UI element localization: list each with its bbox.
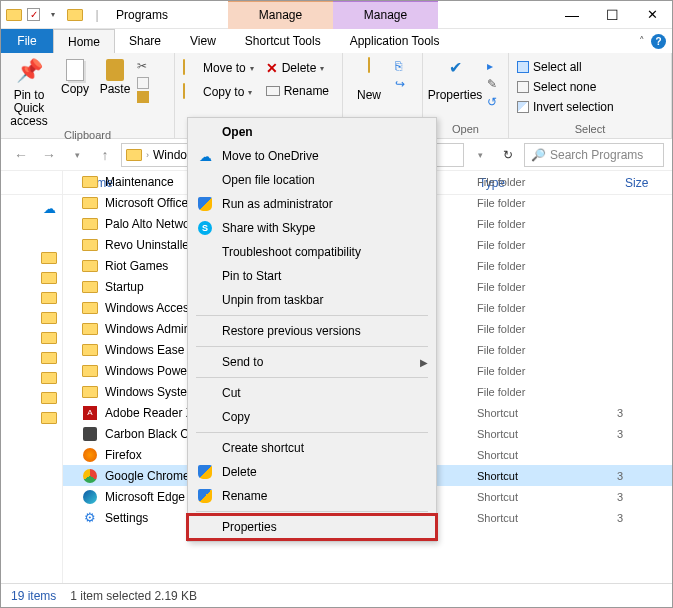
- menu-item-move-to-onedrive[interactable]: ☁Move to OneDrive: [188, 144, 436, 168]
- file-icon: [81, 447, 99, 463]
- open-icon[interactable]: ▸: [487, 59, 503, 75]
- shield-icon: [196, 487, 214, 505]
- edit-icon[interactable]: ✎: [487, 77, 503, 93]
- file-size: 3: [617, 470, 623, 482]
- pin-icon: 📌: [15, 59, 43, 87]
- paste-shortcut-icon[interactable]: [137, 91, 149, 103]
- file-type: File folder: [477, 344, 617, 356]
- skype-icon: S: [196, 219, 214, 237]
- menu-item-send-to[interactable]: Send to▶: [188, 350, 436, 374]
- refresh-button[interactable]: ↻: [496, 143, 520, 167]
- menu-item-copy[interactable]: Copy: [188, 405, 436, 429]
- move-to-button[interactable]: Move to ▾: [179, 59, 258, 77]
- search-input[interactable]: 🔍 Search Programs: [524, 143, 664, 167]
- menu-separator: [196, 432, 428, 433]
- checkbox-icon[interactable]: ✓: [27, 8, 40, 21]
- menu-item-restore-previous-versions[interactable]: Restore previous versions: [188, 319, 436, 343]
- view-tab[interactable]: View: [176, 29, 231, 53]
- menu-item-label: Run as administrator: [222, 197, 428, 211]
- contextual-tab-shortcut[interactable]: Manage: [228, 1, 333, 29]
- blank-icon: [196, 384, 214, 402]
- back-button[interactable]: ←: [9, 143, 33, 167]
- menu-item-delete[interactable]: Delete: [188, 460, 436, 484]
- invert-selection-button[interactable]: Invert selection: [513, 99, 618, 115]
- new-folder-button[interactable]: New: [347, 55, 391, 102]
- folder-icon[interactable]: [40, 291, 58, 305]
- file-tab[interactable]: File: [1, 29, 53, 53]
- file-icon: [81, 468, 99, 484]
- help-icon[interactable]: ?: [651, 34, 666, 49]
- shield-icon: [196, 195, 214, 213]
- folder-icon[interactable]: [40, 371, 58, 385]
- folder-icon[interactable]: [40, 411, 58, 425]
- menu-item-unpin-from-taskbar[interactable]: Unpin from taskbar: [188, 288, 436, 312]
- copy-button[interactable]: Copy: [57, 55, 93, 96]
- home-tab[interactable]: Home: [53, 29, 115, 53]
- cut-icon[interactable]: ✂: [137, 59, 153, 75]
- close-button[interactable]: ✕: [632, 1, 672, 29]
- shortcut-tools-tab[interactable]: Shortcut Tools: [231, 29, 336, 53]
- maximize-button[interactable]: ☐: [592, 1, 632, 29]
- paste-button[interactable]: Paste: [97, 55, 133, 96]
- blank-icon: [196, 439, 214, 457]
- menu-item-open[interactable]: Open: [188, 120, 436, 144]
- forward-button[interactable]: →: [37, 143, 61, 167]
- navigation-pane[interactable]: ☁: [1, 171, 63, 583]
- up-button[interactable]: ↑: [93, 143, 117, 167]
- search-icon: 🔍: [531, 148, 546, 162]
- contextual-tab-application[interactable]: Manage: [333, 1, 438, 29]
- menu-item-pin-to-start[interactable]: Pin to Start: [188, 264, 436, 288]
- qat-dropdown-icon[interactable]: ▾: [44, 6, 62, 24]
- collapse-ribbon-icon[interactable]: ˄: [639, 35, 645, 48]
- folder-icon[interactable]: [40, 351, 58, 365]
- search-placeholder: Search Programs: [550, 148, 643, 162]
- folder-icon[interactable]: [40, 271, 58, 285]
- easy-access-icon[interactable]: ↪: [395, 77, 411, 93]
- pin-to-quick-access-button[interactable]: 📌 Pin to Quick access: [5, 55, 53, 129]
- folder-icon[interactable]: [40, 311, 58, 325]
- menu-item-cut[interactable]: Cut: [188, 381, 436, 405]
- menu-item-label: Troubleshoot compatibility: [222, 245, 428, 259]
- recent-locations-button[interactable]: ▾: [65, 143, 89, 167]
- menu-item-open-file-location[interactable]: Open file location: [188, 168, 436, 192]
- file-icon: [81, 426, 99, 442]
- copy-path-icon[interactable]: [137, 77, 149, 89]
- share-tab[interactable]: Share: [115, 29, 176, 53]
- history-icon[interactable]: ↺: [487, 95, 503, 111]
- file-type: File folder: [477, 281, 617, 293]
- blank-icon: [196, 518, 214, 536]
- prev-locations-icon[interactable]: ▾: [468, 143, 492, 167]
- minimize-button[interactable]: —: [552, 1, 592, 29]
- menu-item-share-with-skype[interactable]: SShare with Skype: [188, 216, 436, 240]
- chevron-right-icon[interactable]: ›: [146, 150, 149, 160]
- application-tools-tab[interactable]: Application Tools: [336, 29, 455, 53]
- file-icon: [81, 279, 99, 295]
- properties-button[interactable]: ✔ Properties: [427, 55, 483, 102]
- onedrive-icon[interactable]: ☁: [40, 201, 58, 215]
- file-type: Shortcut: [477, 470, 617, 482]
- file-icon: [81, 174, 99, 190]
- copy-to-button[interactable]: Copy to ▾: [179, 83, 258, 101]
- blank-icon: [196, 171, 214, 189]
- folder-icon[interactable]: [40, 251, 58, 265]
- menu-item-troubleshoot-compatibility[interactable]: Troubleshoot compatibility: [188, 240, 436, 264]
- invert-label: Invert selection: [533, 100, 614, 114]
- rename-button[interactable]: Rename: [262, 83, 333, 99]
- menu-item-create-shortcut[interactable]: Create shortcut: [188, 436, 436, 460]
- select-all-button[interactable]: Select all: [513, 59, 618, 75]
- new-item-icon[interactable]: ⎘: [395, 59, 411, 75]
- breadcrumb-segment[interactable]: Windo: [153, 148, 187, 162]
- menu-item-label: Restore previous versions: [222, 324, 428, 338]
- folder-icon[interactable]: [40, 331, 58, 345]
- folder-icon[interactable]: [40, 391, 58, 405]
- menu-item-run-as-administrator[interactable]: Run as administrator: [188, 192, 436, 216]
- file-type: Shortcut: [477, 407, 617, 419]
- file-type: File folder: [477, 239, 617, 251]
- menu-item-rename[interactable]: Rename: [188, 484, 436, 508]
- copy-icon: [66, 59, 84, 81]
- menu-item-properties[interactable]: Properties: [188, 515, 436, 539]
- new-label: New: [357, 89, 381, 102]
- delete-button[interactable]: ✕Delete ▾: [262, 59, 333, 77]
- menu-separator: [196, 511, 428, 512]
- select-none-button[interactable]: Select none: [513, 79, 618, 95]
